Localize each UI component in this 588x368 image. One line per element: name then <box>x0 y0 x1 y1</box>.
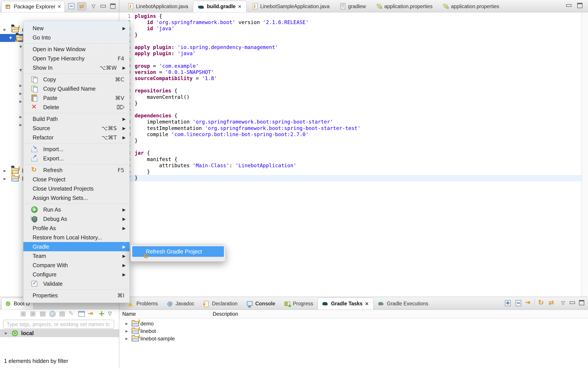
task-row-demo[interactable]: ▶Jdemo <box>119 320 588 327</box>
bottom-tab-console[interactable]: Console <box>242 298 280 310</box>
submenu-arrow-icon: ▶ <box>122 272 126 277</box>
expand-arrow-icon[interactable]: ▶ <box>19 100 22 103</box>
menu-item-paste[interactable]: Paste⌘V <box>23 93 130 103</box>
menu-item-new[interactable]: New▶ <box>23 24 130 33</box>
expand-arrow-icon[interactable]: ▶ <box>19 92 22 96</box>
overview-ruler[interactable] <box>582 12 588 297</box>
editor-tab-application-properties[interactable]: application.properties <box>371 1 438 12</box>
menu-item-profile-as[interactable]: Profile As▶ <box>23 223 130 233</box>
menu-item-show-in[interactable]: Show In⌥⌘W▶ <box>23 63 130 72</box>
bottom-tab-progress[interactable]: Progress <box>280 298 318 310</box>
menu-item-configure[interactable]: Configure▶ <box>23 270 130 279</box>
expand-arrow-icon[interactable]: ▶ <box>125 337 128 341</box>
editor-tab-application-properties[interactable]: application.properties <box>437 1 504 12</box>
decl-icon <box>203 301 210 307</box>
link-with-editor-icon[interactable]: ⇄ <box>77 2 86 11</box>
edit-disabled-icon[interactable] <box>67 310 76 318</box>
maximize-icon[interactable] <box>577 299 586 307</box>
editor-minimize-icon[interactable] <box>564 2 573 9</box>
view-menu-icon[interactable] <box>106 310 115 318</box>
task-row-linebot-sample[interactable]: ▶Jlinebot-sample <box>119 335 588 342</box>
boot-search-input[interactable] <box>4 320 114 329</box>
menu-item-properties[interactable]: Properties⌘I <box>23 291 130 300</box>
menu-item-restore-from-local-history[interactable]: Restore from Local History... <box>23 233 130 242</box>
menu-item-open-in-new-window[interactable]: Open in New Window <box>23 45 130 54</box>
browser-disabled-icon[interactable] <box>48 310 57 318</box>
close-icon[interactable]: ✕ <box>57 4 61 9</box>
menu-item-debug-as[interactable]: Debug As▶ <box>23 214 130 223</box>
menu-item-refresh-gradle-project[interactable]: Refresh Gradle Project <box>132 246 224 257</box>
expand-arrow-icon[interactable]: ▶ <box>5 331 8 335</box>
menu-item-open-type-hierarchy[interactable]: Open Type HierarchyF4 <box>23 54 130 63</box>
bottom-tab-declaration[interactable]: Declaration <box>199 298 242 310</box>
expand-arrow-icon[interactable]: ▶ <box>125 322 128 326</box>
refresh-tasks-icon[interactable] <box>537 299 546 308</box>
link-jump-icon[interactable] <box>87 310 96 318</box>
code-text: manifest { <box>135 156 177 162</box>
menu-item-close-unrelated-projects[interactable]: Close Unrelated Projects <box>23 184 130 193</box>
menu-item-refresh[interactable]: RefreshF5 <box>23 166 130 175</box>
context-menu: New▶Go IntoOpen in New WindowOpen Type H… <box>23 21 130 303</box>
menu-item-copy-qualified-name[interactable]: Copy Qualified Name <box>23 84 130 93</box>
menu-item-compare-with[interactable]: Compare With▶ <box>23 261 130 270</box>
menu-item-delete[interactable]: Delete⌦ <box>23 103 130 112</box>
tab-package-explorer[interactable]: Package Explorer ✕ <box>1 1 65 12</box>
column-name[interactable]: Name <box>122 311 136 317</box>
close-icon[interactable]: ✕ <box>238 4 242 9</box>
column-description[interactable]: Description <box>213 311 238 317</box>
expand-arrow-icon[interactable]: ▶ <box>4 28 6 32</box>
expand-arrow-icon[interactable]: ▶ <box>4 169 6 173</box>
refresh-all-icon[interactable] <box>548 299 557 308</box>
debug-disabled-icon[interactable] <box>29 310 37 318</box>
bottom-tab-gradle-tasks[interactable]: Gradle Tasks✕ <box>318 298 374 310</box>
view-menu-icon[interactable]: ▽ <box>559 299 568 307</box>
close-icon[interactable]: ✕ <box>365 301 369 307</box>
expand-arrow-icon[interactable]: ▶ <box>19 123 22 127</box>
bottom-tab-javadoc[interactable]: Javadoc <box>162 298 199 310</box>
boot-target-row-local[interactable]: ▶ local <box>0 329 119 337</box>
minimize-icon[interactable] <box>99 2 107 10</box>
bottom-tab-gradle-executions[interactable]: Gradle Executions <box>374 298 433 310</box>
expand-all-icon[interactable] <box>503 299 512 308</box>
menu-item-assign-working-sets[interactable]: Assign Working Sets... <box>23 193 130 202</box>
editor-tab-gradlew[interactable]: gradlew <box>334 1 371 12</box>
minimize-icon[interactable] <box>568 299 577 307</box>
maximize-icon[interactable] <box>108 2 117 10</box>
menu-item-team[interactable]: Team▶ <box>23 251 130 261</box>
menu-item-source[interactable]: Source⌥⌘S▶ <box>23 124 130 133</box>
menu-item-close-project[interactable]: Close Project <box>23 175 130 184</box>
editor-tab-linebotsampleapplication-java[interactable]: LinebotSampleApplication.java <box>247 1 334 12</box>
add-target-icon[interactable] <box>97 310 105 318</box>
menu-item-refactor[interactable]: Refactor⌥⌘T▶ <box>23 133 130 142</box>
editor-tab-build-gradle[interactable]: build.gradle✕ <box>193 1 247 12</box>
code-text: } <box>135 175 138 181</box>
link-with-selection-icon[interactable] <box>524 299 534 308</box>
task-row-linebot[interactable]: ▶Jlinebot <box>119 327 588 335</box>
column-divider[interactable] <box>210 311 210 317</box>
expand-arrow-icon[interactable]: ▶ <box>19 115 22 119</box>
run-disabled-icon[interactable] <box>19 310 28 318</box>
editor-tab-linebotapplication-java[interactable]: LinebotApplication.java <box>122 1 193 12</box>
collapse-arrow-icon[interactable]: ▼ <box>9 36 12 40</box>
expand-arrow-icon[interactable]: ▶ <box>125 329 128 333</box>
expand-arrow-icon[interactable]: ▶ <box>19 84 22 88</box>
menu-item-gradle[interactable]: Gradle▶ <box>23 242 130 251</box>
collapse-all-icon[interactable] <box>514 299 523 308</box>
console-disabled-icon[interactable] <box>58 310 67 318</box>
menu-item-run-as[interactable]: Run As▶ <box>23 205 130 214</box>
editor-maximize-icon[interactable] <box>575 2 584 9</box>
stop-disabled-icon[interactable] <box>38 310 47 318</box>
menu-item-export[interactable]: Export... <box>23 154 130 163</box>
menu-item-import[interactable]: Import... <box>23 145 130 154</box>
properties-view-icon[interactable] <box>77 310 86 318</box>
menu-item-copy[interactable]: Copy⌘C <box>23 75 130 84</box>
expand-arrow-icon[interactable]: ▶ <box>4 177 6 181</box>
menu-item-go-into[interactable]: Go Into <box>23 33 130 42</box>
view-menu-icon[interactable]: ▽ <box>89 2 98 10</box>
collapse-arrow-icon[interactable]: ▼ <box>19 45 22 49</box>
code-line-4: 4} <box>119 32 582 38</box>
menu-item-build-path[interactable]: Build Path▶ <box>23 114 130 124</box>
menu-item-validate[interactable]: Validate <box>23 279 130 288</box>
collapse-arrow-icon[interactable]: ▼ <box>19 68 22 72</box>
collapse-all-icon[interactable] <box>67 2 76 10</box>
